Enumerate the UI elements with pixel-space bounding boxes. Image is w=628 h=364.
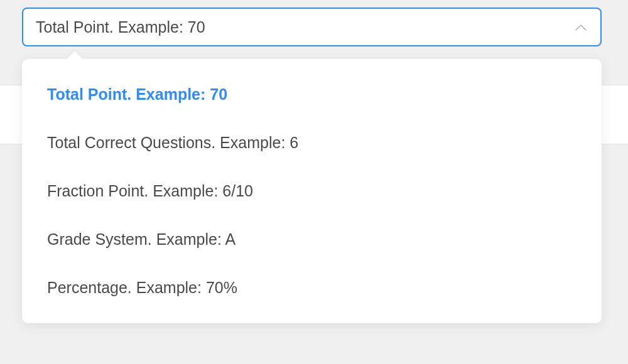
option-fraction-point[interactable]: Fraction Point. Example: 6/10 — [22, 167, 602, 215]
option-total-correct[interactable]: Total Correct Questions. Example: 6 — [22, 119, 602, 167]
option-percentage[interactable]: Percentage. Example: 70% — [22, 264, 602, 312]
select-value: Total Point. Example: 70 — [36, 18, 574, 36]
select-dropdown: Total Point. Example: 70 Total Correct Q… — [22, 59, 602, 323]
dropdown-arrow — [67, 51, 82, 67]
select-box[interactable]: Total Point. Example: 70 — [22, 8, 602, 46]
option-grade-system[interactable]: Grade System. Example: A — [22, 215, 602, 264]
option-total-point[interactable]: Total Point. Example: 70 — [22, 70, 602, 119]
chevron-up-icon — [574, 20, 588, 34]
grading-type-select: Total Point. Example: 70 Total Point. Ex… — [22, 8, 602, 46]
